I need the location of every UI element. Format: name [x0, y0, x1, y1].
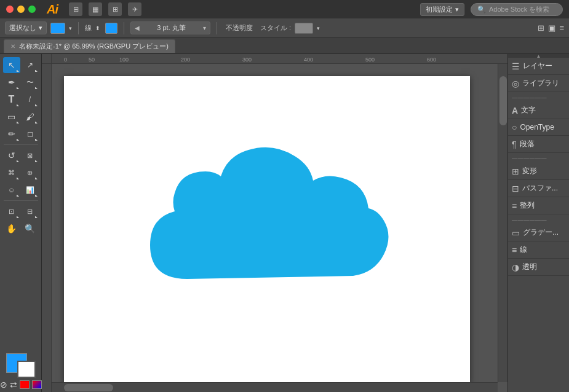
- opentype-icon: ○: [512, 122, 517, 132]
- layers-panel-header[interactable]: ☰ レイヤー: [508, 58, 569, 74]
- titlebar-icons: ⊞ ▦ ⊞ ✈: [69, 2, 141, 16]
- symbol-icon: ☺: [8, 186, 15, 194]
- stroke-label: 線: [520, 245, 527, 255]
- paragraph-label: 段落: [520, 139, 535, 149]
- transform-icon: ⊠: [27, 152, 33, 160]
- eraser-tool[interactable]: ◻: [22, 126, 39, 142]
- ruler-horizontal: 0 50 100 200 300 400 500 600: [52, 54, 507, 64]
- style-label: スタイル :: [260, 23, 291, 33]
- app-logo: Ai: [47, 2, 58, 17]
- stroke-icon: [105, 23, 117, 34]
- tool-row-8: ☺ 📊: [0, 181, 41, 198]
- send-icon[interactable]: ✈: [128, 2, 141, 16]
- panel-section-layers: ☰ レイヤー: [508, 58, 569, 75]
- artboard-tool[interactable]: ⊡: [3, 203, 20, 219]
- opacity-label: 不透明度: [226, 23, 253, 33]
- scrollbar-vertical[interactable]: [498, 64, 507, 382]
- free-transform-tool[interactable]: ⊕: [22, 165, 39, 181]
- transparency-label: 透明: [522, 262, 537, 272]
- maximize-button[interactable]: [28, 6, 36, 13]
- align-panel-header[interactable]: ≡ 整列: [508, 197, 569, 214]
- pencil-tool[interactable]: ✏: [3, 126, 20, 142]
- menu-icon[interactable]: ≡: [559, 23, 564, 33]
- fill-color-box[interactable]: [50, 23, 65, 34]
- preset-button[interactable]: 初期設定 ▾: [420, 3, 464, 16]
- artboard: [64, 76, 470, 382]
- hand-icon: ✋: [6, 224, 17, 233]
- zoom-tool[interactable]: 🔍: [22, 221, 39, 237]
- paintbrush-tool[interactable]: 🖌: [22, 109, 39, 125]
- rotate-tool[interactable]: ↺: [3, 147, 20, 163]
- transparency-panel-header[interactable]: ◑ 透明: [508, 259, 569, 275]
- libraries-panel-header[interactable]: ◎ ライブラリ: [508, 75, 569, 92]
- symbol-tool[interactable]: ☺: [3, 182, 20, 198]
- pathfinder-icon: ⊟: [512, 184, 519, 194]
- panel-group-label-2: ——————: [508, 153, 569, 163]
- artboard-icon: ⊡: [9, 208, 14, 216]
- line-tool[interactable]: /: [22, 92, 39, 108]
- ruler-label-600: 600: [427, 57, 436, 63]
- tab-title: 名称未設定-1* @ 65.99% (RGB/GPU プレビュー): [19, 42, 169, 51]
- style-chevron-icon: ▾: [317, 25, 320, 31]
- rectangle-tool[interactable]: ▭: [3, 109, 20, 125]
- opentype-panel-header[interactable]: ○ OpenType: [508, 119, 569, 135]
- slice-tool[interactable]: ⊟: [22, 203, 39, 219]
- gradient-panel-header[interactable]: ▭ グラデー...: [508, 224, 569, 241]
- selection-tool[interactable]: ↖: [3, 57, 20, 73]
- scrollbar-horizontal-thumb[interactable]: [64, 384, 113, 391]
- scrollbar-vertical-thumb[interactable]: [499, 76, 507, 125]
- align-icon: ≡: [512, 201, 517, 211]
- right-panel: ▲ ☰ レイヤー ◎ ライブラリ —————— A 文字: [507, 54, 569, 392]
- transform-tool[interactable]: ⊠: [22, 147, 39, 163]
- paragraph-panel-header[interactable]: ¶ 段落: [508, 136, 569, 152]
- curvature-tool[interactable]: 〜: [22, 74, 39, 90]
- close-button[interactable]: [6, 6, 14, 13]
- pen-tool[interactable]: ✒: [3, 74, 20, 90]
- toolbar-divider3: [217, 22, 217, 34]
- minimize-button[interactable]: [17, 6, 25, 13]
- swap-colors-icon[interactable]: ⇄: [10, 380, 17, 390]
- color-squares[interactable]: [6, 353, 36, 378]
- none-icon[interactable]: ⊘: [0, 380, 7, 390]
- ruler-label-400: 400: [304, 57, 313, 63]
- selection-dropdown[interactable]: 選択なし ▾: [5, 22, 47, 34]
- style-box[interactable]: [295, 23, 313, 34]
- transform-panel-header[interactable]: ⊞ 変形: [508, 163, 569, 179]
- pen-icon: ✒: [8, 77, 15, 87]
- paragraph-icon: ¶: [512, 139, 517, 149]
- close-icon[interactable]: ✕: [10, 43, 15, 50]
- free-transform-icon: ⊕: [27, 169, 33, 177]
- character-panel-header[interactable]: A 文字: [508, 102, 569, 119]
- ruler-label-500: 500: [365, 57, 375, 63]
- stroke-color[interactable]: [17, 361, 36, 378]
- table-icon[interactable]: ▦: [89, 2, 102, 16]
- pathfinder-panel-header[interactable]: ⊟ パスファ...: [508, 180, 569, 197]
- column-graph-tool[interactable]: 📊: [22, 182, 39, 198]
- panel-section-transform: ⊞ 変形: [508, 163, 569, 180]
- direct-selection-tool[interactable]: ↗: [22, 57, 39, 73]
- stroke-width-select[interactable]: ◀ 3 pt. 丸筆 ▾: [130, 22, 210, 34]
- character-icon: A: [512, 106, 518, 116]
- ruler-label-200: 200: [181, 57, 190, 63]
- warp-tool[interactable]: ⌘: [3, 165, 20, 181]
- tool-row-3: T /: [0, 91, 41, 108]
- scrollbar-horizontal[interactable]: [52, 382, 498, 392]
- breadcrumb-icon[interactable]: ⊞: [69, 2, 82, 16]
- stroke-panel-header[interactable]: ≡ 線: [508, 241, 569, 258]
- ruler-label-50: 50: [89, 57, 95, 63]
- hand-tool[interactable]: ✋: [3, 221, 20, 237]
- type-tool[interactable]: T: [3, 92, 20, 108]
- chevron-down-icon: ▾: [39, 24, 42, 32]
- opentype-label: OpenType: [520, 123, 554, 131]
- tool-row-5: ✏ ◻: [0, 125, 41, 143]
- grid-arrange-icon[interactable]: ⊞: [538, 23, 544, 33]
- panel-arrange-icon[interactable]: ▣: [548, 23, 555, 33]
- rectangle-icon: ▭: [7, 112, 15, 122]
- main-layout: ↖ ↗ ✒ 〜 T /: [0, 54, 569, 392]
- ruler-label-100: 100: [119, 57, 129, 63]
- arrow-icon: ◀: [135, 25, 140, 31]
- grid-icon[interactable]: ⊞: [108, 2, 122, 16]
- document-tab[interactable]: ✕ 名称未設定-1* @ 65.99% (RGB/GPU プレビュー): [4, 39, 175, 53]
- stock-search-box[interactable]: 🔍 Adobe Stock を検索: [471, 3, 563, 16]
- gradient-label: グラデー...: [523, 227, 559, 238]
